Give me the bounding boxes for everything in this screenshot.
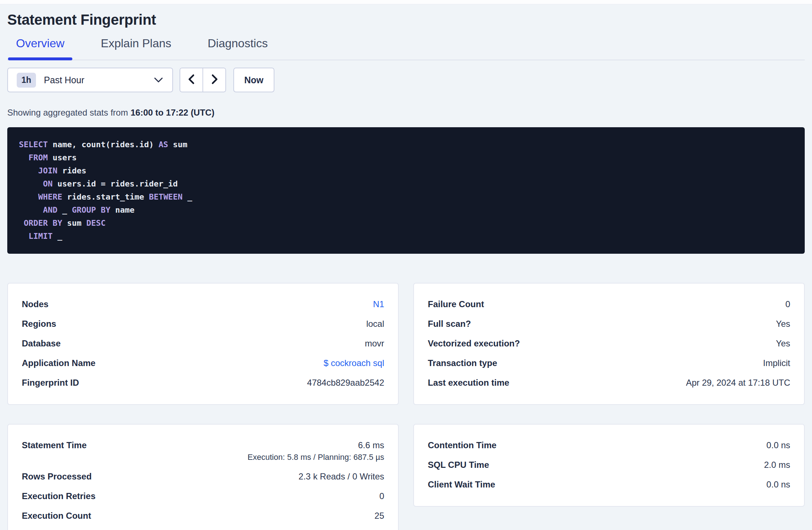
time-picker-row: 1h Past Hour	[7, 68, 805, 92]
row-value: 2.0 ms	[764, 459, 790, 470]
card-row: Execution Count25	[22, 506, 384, 526]
card-row: SQL CPU Time2.0 ms	[428, 455, 790, 475]
tab-bar: OverviewExplain PlansDiagnostics	[7, 37, 805, 60]
card-row: Vectorized execution?Yes	[428, 334, 790, 353]
sql-line: WHERE rides.start_time BETWEEN _	[19, 190, 793, 204]
card-row: NodesN1	[22, 294, 384, 314]
sql-line: JOIN rides	[19, 164, 793, 177]
stats-line-prefix: Showing aggregated stats from	[7, 108, 128, 117]
row-value: movr	[365, 338, 384, 349]
sql-line: AND _ GROUP BY name	[19, 204, 793, 217]
statement-details-card: NodesN1RegionslocalDatabasemovrApplicati…	[7, 283, 399, 405]
row-value: Implicit	[763, 358, 790, 369]
statement-fingerprint-page: Statement Fingerprint OverviewExplain Pl…	[0, 12, 812, 530]
sql-statement-box: SELECT name, count(rides.id) AS sum FROM…	[7, 127, 805, 254]
row-label: Vectorized execution?	[428, 338, 520, 349]
card-row: Fingerprint ID4784cb829aab2542	[22, 373, 384, 393]
time-range-arrows	[180, 68, 226, 92]
row-label: Transaction type	[428, 358, 497, 369]
row-value: 4784cb829aab2542	[307, 377, 384, 388]
card-row: Regionslocal	[22, 314, 384, 334]
row-label: Application Name	[22, 358, 96, 369]
summary-cards: NodesN1RegionslocalDatabasemovrApplicati…	[7, 283, 805, 530]
card-row: Statement Time6.6 msExecution: 5.8 ms / …	[22, 435, 384, 467]
row-label: Fingerprint ID	[22, 377, 79, 388]
chevron-down-icon	[153, 77, 164, 83]
tab-diagnostics[interactable]: Diagnostics	[200, 37, 276, 60]
row-value: 6.6 ms	[248, 440, 384, 451]
card-row: Full scan?Yes	[428, 314, 790, 334]
card-row: Rows Processed2.3 k Reads / 0 Writes	[22, 467, 384, 486]
row-value-link[interactable]: $ cockroach sql	[323, 358, 384, 369]
row-value: Yes	[776, 338, 790, 349]
row-value: 2.3 k Reads / 0 Writes	[298, 471, 384, 482]
row-label: SQL CPU Time	[428, 459, 489, 470]
sql-line: SELECT name, count(rides.id) AS sum	[19, 138, 793, 151]
row-subvalue: Execution: 5.8 ms / Planning: 687.5 µs	[248, 452, 384, 462]
row-label: Nodes	[22, 299, 48, 310]
top-edge-strip	[0, 0, 812, 4]
card-row: Transaction typeImplicit	[428, 353, 790, 373]
row-label: Regions	[22, 318, 56, 329]
row-value-link[interactable]: N1	[373, 299, 384, 310]
row-value: 0	[379, 491, 384, 502]
row-label: Statement Time	[22, 440, 87, 451]
previous-range-button[interactable]	[180, 68, 203, 92]
wait-time-card: Contention Time0.0 nsSQL CPU Time2.0 msC…	[413, 424, 805, 507]
sql-line: ORDER BY sum DESC	[19, 217, 793, 230]
card-row: Execution Retries0	[22, 486, 384, 506]
row-value: 25	[374, 510, 384, 521]
sql-line: LIMIT _	[19, 230, 793, 243]
row-label: Failure Count	[428, 299, 484, 310]
row-label: Execution Retries	[22, 491, 96, 502]
row-label: Execution Count	[22, 510, 91, 521]
sql-line: FROM users	[19, 151, 793, 164]
row-value: local	[366, 318, 384, 329]
row-value: 0	[785, 299, 790, 310]
row-value: 0.0 ns	[767, 440, 790, 451]
aggregated-stats-line: Showing aggregated stats from16:00 to 17…	[7, 108, 805, 118]
card-row: Contention Time0.0 ns	[428, 435, 790, 455]
execution-attributes-card: Failure Count0Full scan?YesVectorized ex…	[413, 283, 805, 405]
card-row: Last execution timeApr 29, 2024 at 17:18…	[428, 373, 790, 393]
tab-overview[interactable]: Overview	[8, 37, 72, 60]
sql-line: ON users.id = rides.rider_id	[19, 177, 793, 190]
card-row: Client Wait Time0.0 ns	[428, 475, 790, 494]
page-title: Statement Fingerprint	[7, 12, 805, 28]
time-range-dropdown[interactable]: 1h Past Hour	[7, 68, 173, 92]
row-label: Contention Time	[428, 440, 497, 451]
row-value: Yes	[776, 318, 790, 329]
row-label: Client Wait Time	[428, 479, 495, 490]
chevron-right-icon	[210, 73, 219, 87]
now-button[interactable]: Now	[233, 68, 274, 92]
time-range-label: Past Hour	[44, 75, 84, 85]
chevron-left-icon	[187, 73, 196, 87]
card-row: Application Name$ cockroach sql	[22, 353, 384, 373]
row-label: Full scan?	[428, 318, 471, 329]
stats-line-range: 16:00 to 17:22 (UTC)	[130, 108, 214, 117]
row-label: Last execution time	[428, 377, 509, 388]
card-row: Failure Count0	[428, 294, 790, 314]
time-range-badge: 1h	[17, 73, 36, 88]
row-value: 0.0 ns	[767, 479, 790, 490]
tab-explain-plans[interactable]: Explain Plans	[93, 37, 179, 60]
card-row: Databasemovr	[22, 334, 384, 353]
row-label: Database	[22, 338, 61, 349]
row-value: Apr 29, 2024 at 17:18 UTC	[686, 377, 790, 388]
statement-timing-card: Statement Time6.6 msExecution: 5.8 ms / …	[7, 424, 399, 530]
row-label: Rows Processed	[22, 471, 92, 482]
next-range-button[interactable]	[203, 68, 225, 92]
